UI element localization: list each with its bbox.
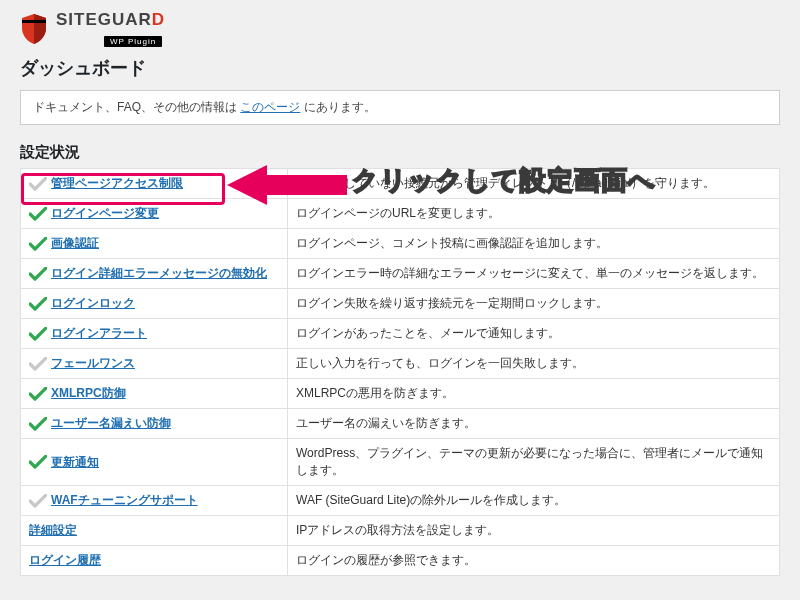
status-check-icon [29,387,47,401]
settings-row: 画像認証ログインページ、コメント投稿に画像認証を追加します。 [21,229,780,259]
settings-row: ログインロックログイン失敗を繰り返す接続元を一定期間ロックします。 [21,289,780,319]
settings-row-desc: ログインエラー時の詳細なエラーメッセージに変えて、単一のメッセージを返します。 [288,259,780,289]
status-check-icon [29,417,47,431]
plugin-brand: SITEGUARD WP Plugin [20,10,780,48]
settings-row-link[interactable]: フェールワンス [51,356,135,370]
status-check-icon [29,327,47,341]
settings-row: ログイン履歴ログインの履歴が参照できます。 [21,546,780,576]
settings-row-desc: XMLRPCの悪用を防ぎます。 [288,379,780,409]
settings-row-desc: ログイン失敗を繰り返す接続元を一定期間ロックします。 [288,289,780,319]
brand-title: SITEGUARD [56,10,165,29]
status-check-icon [29,357,47,371]
settings-row-desc: ログインページ、コメント投稿に画像認証を追加します。 [288,229,780,259]
notice-text-after: にあります。 [300,100,375,114]
settings-row: ログインページ変更ログインページのURLを変更します。 [21,199,780,229]
settings-row: ユーザー名漏えい防御ユーザー名の漏えいを防ぎます。 [21,409,780,439]
settings-row-link[interactable]: ログインアラート [51,326,147,340]
status-check-icon [29,494,47,508]
status-check-icon [29,207,47,221]
settings-row-desc: ユーザー名の漏えいを防ぎます。 [288,409,780,439]
page-title: ダッシュボード [20,56,780,80]
brand-subtitle: WP Plugin [104,36,162,47]
svg-rect-0 [22,20,46,23]
settings-row-link[interactable]: ログインページ変更 [51,206,159,220]
settings-row-link[interactable]: 詳細設定 [29,523,77,537]
status-check-icon [29,455,47,469]
status-check-icon [29,267,47,281]
settings-row-link[interactable]: 管理ページアクセス制限 [51,176,183,190]
settings-row-link[interactable]: ログイン詳細エラーメッセージの無効化 [51,266,267,280]
status-check-icon [29,297,47,311]
notice-text-before: ドキュメント、FAQ、その他の情報は [33,100,240,114]
settings-row: ログイン詳細エラーメッセージの無効化ログインエラー時の詳細なエラーメッセージに変… [21,259,780,289]
settings-row-link[interactable]: 更新通知 [51,455,99,469]
settings-row-link[interactable]: ログイン履歴 [29,553,101,567]
settings-row-desc: ログインページのURLを変更します。 [288,199,780,229]
settings-row: XMLRPC防御XMLRPCの悪用を防ぎます。 [21,379,780,409]
status-check-icon [29,177,47,191]
settings-row-desc: 正しい入力を行っても、ログインを一回失敗します。 [288,349,780,379]
settings-row-desc: IPアドレスの取得方法を設定します。 [288,516,780,546]
settings-table: 管理ページアクセス制限ログインしていない接続元から管理ディレクトリ（/wp-ad… [20,168,780,576]
settings-row-link[interactable]: ログインロック [51,296,135,310]
settings-row-desc: WAF (SiteGuard Lite)の除外ルールを作成します。 [288,486,780,516]
settings-row-link[interactable]: 画像認証 [51,236,99,250]
settings-row: 管理ページアクセス制限ログインしていない接続元から管理ディレクトリ（/wp-ad… [21,169,780,199]
settings-row: 更新通知WordPress、プラグイン、テーマの更新が必要になった場合に、管理者… [21,439,780,486]
settings-status-heading: 設定状況 [20,143,780,162]
shield-icon [20,13,48,45]
settings-row: ログインアラートログインがあったことを、メールで通知します。 [21,319,780,349]
settings-row-desc: ログインがあったことを、メールで通知します。 [288,319,780,349]
notice-link[interactable]: このページ [240,100,300,114]
settings-row-link[interactable]: XMLRPC防御 [51,386,126,400]
settings-row-desc: ログインの履歴が参照できます。 [288,546,780,576]
status-check-icon [29,237,47,251]
settings-row-link[interactable]: ユーザー名漏えい防御 [51,416,171,430]
settings-row-link[interactable]: WAFチューニングサポート [51,493,198,507]
settings-row-desc: WordPress、プラグイン、テーマの更新が必要になった場合に、管理者にメール… [288,439,780,486]
settings-row: WAFチューニングサポートWAF (SiteGuard Lite)の除外ルールを… [21,486,780,516]
settings-row-desc: ログインしていない接続元から管理ディレクトリ（/wp-admin/）を守ります。 [288,169,780,199]
settings-row: 詳細設定IPアドレスの取得方法を設定します。 [21,516,780,546]
settings-row: フェールワンス正しい入力を行っても、ログインを一回失敗します。 [21,349,780,379]
info-notice: ドキュメント、FAQ、その他の情報は このページ にあります。 [20,90,780,125]
